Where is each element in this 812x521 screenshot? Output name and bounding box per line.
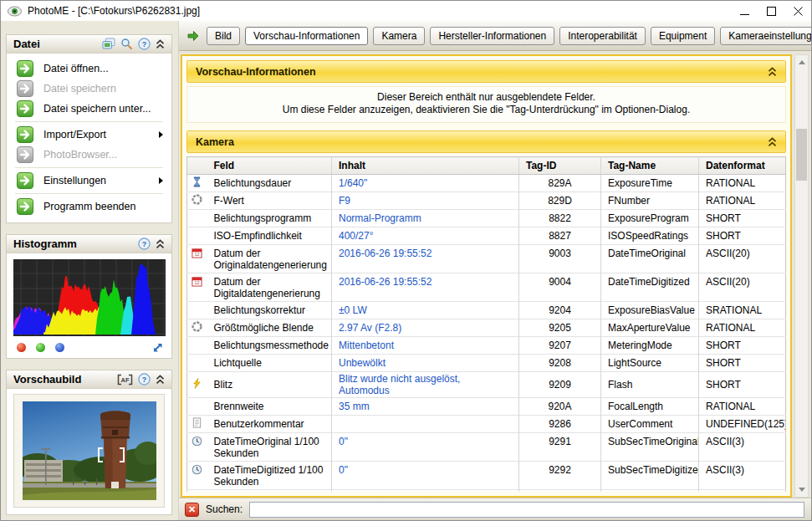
close-search-icon[interactable]: ✕ [185,503,199,517]
table-row[interactable]: Brennweite35 mm920AFocalLengthRATIONAL [187,398,786,416]
tag-name-cell: ExposureBiasValue [601,302,699,319]
blue-channel-button[interactable] [55,343,64,352]
tab-kameraeinstellungen[interactable]: Kameraeinstellungen [720,27,812,45]
search-input[interactable] [249,502,804,518]
menu-item-label: PhotoBrowser... [43,149,117,161]
collapse-icon[interactable] [156,375,165,385]
no-icon [187,227,207,245]
calendar-icon: 12 [187,245,207,273]
minimize-button[interactable] [731,1,758,21]
file-panel: Datei ? Datei öffnen...Datei speichernDa… [6,34,172,223]
af-area-icon[interactable]: AF [117,374,133,386]
table-row[interactable]: 12Datum der Originaldatengenerierung2016… [187,245,786,273]
sidebar: Datei ? Datei öffnen...Datei speichernDa… [1,21,179,520]
field-cell: DateTimeDigitized 1/100 Sekunden [207,462,332,490]
svg-text:AF: AF [121,376,130,384]
format-cell: UNDEFINED(125) [699,416,786,433]
table-row[interactable]: DateTimeDigitized 1/100 Sekunden0"9292Su… [187,462,786,490]
table-row[interactable]: Benutzerkommentar9286UserCommentUNDEFINE… [187,416,786,433]
collapse-section-icon[interactable] [768,137,777,147]
menu-item-photobrowser[interactable]: PhotoBrowser... [7,145,171,165]
format-cell: ASCII(3) [699,462,786,490]
tab-vorschau-informationen[interactable]: Vorschau-Informationen [245,27,368,45]
collapse-section-icon[interactable] [768,67,777,77]
go-arrow-icon[interactable] [186,30,199,42]
table-row[interactable]: BlitzBlitz wurde nicht ausgelöst, Automo… [187,372,786,398]
section-header-camera[interactable]: Kamera [186,130,786,153]
collapse-icon[interactable] [156,39,165,49]
table-row[interactable]: 12Datum der Digitaldatengenerierung2016-… [187,273,786,302]
flash-icon [187,372,207,398]
calendar-icon: 12 [187,273,207,302]
tab-equipment[interactable]: Equipment [651,27,715,45]
maximize-button[interactable] [758,1,784,21]
red-channel-button[interactable] [17,343,26,352]
close-button[interactable] [784,1,811,21]
menu-item-datei-speichern[interactable]: Datei speichern [7,79,171,99]
tab-bild[interactable]: Bild [207,27,240,45]
tag-id-cell: 9205 [519,319,601,337]
menu-item-datei-speichern-unter[interactable]: Datei speichern unter... [7,99,171,119]
column-header-inhalt[interactable]: Inhalt [332,157,519,175]
table-row[interactable]: BelichtungsprogrammNormal-Programm8822Ex… [187,210,786,227]
green-arrow-icon [17,60,33,77]
column-header-tag-name[interactable]: Tag-Name [601,157,699,175]
menu-item-datei-öffnen[interactable]: Datei öffnen... [7,59,171,79]
field-cell: Belichtungsmessmethode [207,337,332,355]
table-row[interactable]: BelichtungsmessmethodeMittenbetont9207Me… [187,337,786,355]
table-row[interactable]: FarbraumsRGBA001ColorSpaceSHORT [187,490,786,493]
format-cell: RATIONAL [699,398,786,416]
field-cell: Größtmögliche Blende [207,319,332,337]
table-row[interactable]: DateTimeOriginal 1/100 Sekunden0"9291Sub… [187,433,786,462]
column-header-tag-id[interactable]: Tag-ID [519,157,601,175]
photos-icon[interactable] [102,38,115,50]
green-channel-button[interactable] [36,343,45,352]
table-row[interactable]: ISO-Empfindlichkeit400/27°8827ISOSpeedRa… [187,227,786,245]
field-cell: Benutzerkommentar [207,416,332,433]
scroll-up-button[interactable] [795,55,808,69]
table-row[interactable]: Belichtungsdauer1/640"829AExposureTimeRA… [187,175,786,192]
scroll-down-button[interactable] [795,483,808,497]
value-cell: 2016-06-26 19:55:52 [332,273,519,302]
column-header-datenformat[interactable]: Datenformat [699,157,786,175]
tab-kamera[interactable]: Kamera [373,27,425,45]
help-icon[interactable]: ? [138,38,151,50]
column-header-feld[interactable]: Feld [207,157,332,175]
value-cell: Mittenbetont [332,337,519,355]
menu-item-einstellungen[interactable]: Einstellungen [7,171,171,191]
table-row[interactable]: Belichtungskorrektur±0 LW9204ExposureBia… [187,302,786,319]
collapse-icon[interactable] [156,239,165,249]
tag-name-cell: MaxApertureValue [601,319,699,337]
menu-item-label: Programm beenden [43,201,135,212]
histogram-panel-header: Histogramm ? [7,235,171,253]
scrollbar-thumb[interactable] [796,129,807,181]
value-cell: F9 [332,192,519,210]
tag-name-cell: ISOSpeedRatings [601,227,699,245]
tab-interoperabilität[interactable]: Interoperabilität [559,27,646,45]
menu-item-programm-beenden[interactable]: Programm beenden [7,197,171,217]
search-icon[interactable] [120,38,133,50]
menu-item-import-export[interactable]: Import/Export [7,125,171,145]
search-bar: ✕ Suchen: [179,498,811,520]
main-area: BildVorschau-InformationenKameraHerstell… [179,21,811,520]
help-icon[interactable]: ? [138,238,151,250]
table-row[interactable]: Größtmögliche Blende2.97 Av (F2.8)9205Ma… [187,319,786,337]
menu-separator [15,193,163,194]
table-row[interactable]: LichtquelleUnbewölkt9208LightSourceSHORT [187,355,786,372]
vertical-scrollbar[interactable] [794,54,809,498]
preview-photo [23,401,156,500]
histogram-chart [13,259,166,336]
resize-icon[interactable] [152,342,163,353]
value-cell: 2016-06-26 19:55:52 [332,245,519,273]
tab-hersteller-informationen[interactable]: Hersteller-Informationen [430,27,554,45]
tag-id-cell: 920A [519,398,601,416]
svg-text:?: ? [142,240,147,248]
section-header-preview-info[interactable]: Vorschau-Informationen [186,60,786,83]
tag-id-cell: 829A [519,175,601,192]
tag-id-cell: 9003 [519,245,601,273]
table-row[interactable]: F-WertF9829DFNumberRATIONAL [187,192,786,210]
help-icon[interactable]: ? [138,373,151,386]
format-cell: SHORT [699,355,786,372]
message-line-2: Um diese Felder anzuzeigen, deaktivieren… [187,104,785,116]
field-cell: Farbraum [207,490,332,493]
